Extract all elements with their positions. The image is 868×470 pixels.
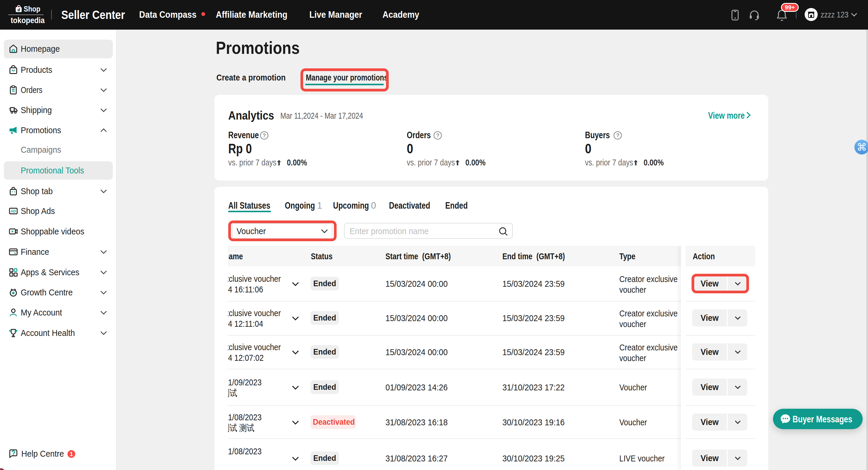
svg-text:AD: AD [11, 209, 16, 213]
svg-text:?: ? [262, 133, 266, 138]
svg-text:?: ? [616, 133, 619, 138]
svg-text:?: ? [436, 133, 439, 138]
